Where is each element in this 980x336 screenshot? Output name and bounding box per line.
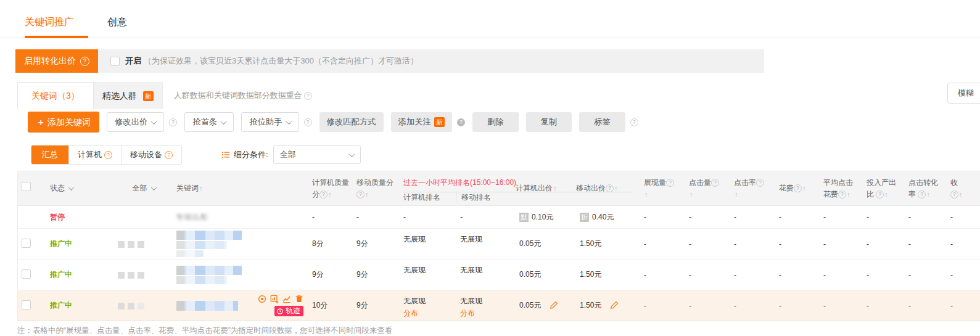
new-badge: 新 xyxy=(143,91,154,101)
edit-pencil-icon[interactable] xyxy=(610,300,619,309)
enable-conversion-checkbox[interactable] xyxy=(110,57,120,66)
column-conversion-rate[interactable]: 点击转化率 ?↑ xyxy=(899,171,941,206)
modify-bid-dropdown[interactable]: 修改出价 xyxy=(107,112,164,132)
modify-match-button[interactable]: 修改匹配方式 xyxy=(319,112,384,132)
column-mobile-quality[interactable]: 移动质量分 ?↑ xyxy=(353,171,400,206)
add-keyword-button[interactable]: ＋添加关键词 xyxy=(28,112,99,133)
censored-status-icons xyxy=(114,290,173,321)
help-icon[interactable]: ? xyxy=(169,118,177,126)
impressions-cell: - xyxy=(634,229,679,260)
target-icon[interactable] xyxy=(258,295,266,303)
avg-click-cost-cell: - xyxy=(813,260,857,290)
tag-button[interactable]: 标签 xyxy=(579,112,625,132)
select-all-checkbox[interactable] xyxy=(22,182,31,191)
column-clicks-label: 点击量 xyxy=(689,178,711,187)
partial-cell: - xyxy=(941,260,980,290)
row-checkbox[interactable] xyxy=(22,239,31,248)
computer-rank-cell: 无展现 xyxy=(400,260,456,290)
help-icon[interactable]: ? xyxy=(838,191,846,199)
add-watch-button[interactable]: 添加关注新 xyxy=(391,112,452,132)
new-badge: 新 xyxy=(434,117,445,127)
segment-summary[interactable]: 汇总 xyxy=(31,145,68,164)
tab-creative[interactable]: 创意 xyxy=(107,16,127,29)
help-icon[interactable]: ? xyxy=(104,151,112,159)
device-filter-row: 汇总 计算机? 移动设备? 细分条件: 全部 xyxy=(31,145,361,165)
rank-distribution-link[interactable]: 分布 xyxy=(460,308,475,319)
column-avg-click-cost[interactable]: 平均点击花费?↑ xyxy=(813,171,857,206)
column-rank-group[interactable]: 过去一小时平均排名(15:00~16:00) 计算机排名 移动排名 xyxy=(400,171,512,206)
help-icon[interactable]: ? xyxy=(457,118,465,126)
column-cost[interactable]: 花费?↑ xyxy=(769,171,813,206)
tab-keyword-promotion[interactable]: 关键词推广 xyxy=(25,16,74,29)
help-icon[interactable]: ? xyxy=(918,191,926,199)
rank-assistant-dropdown[interactable]: 抢位助手 xyxy=(241,112,299,132)
sort-asc-icon[interactable]: ↑ xyxy=(365,191,369,198)
partial-cell: - xyxy=(941,290,980,321)
edit-pencil-icon[interactable] xyxy=(550,300,559,309)
help-icon[interactable]: ? xyxy=(876,191,884,199)
help-icon[interactable]: ? xyxy=(80,57,89,66)
column-all-filter[interactable]: 全部 xyxy=(114,171,173,206)
delete-trash-icon[interactable] xyxy=(295,295,303,303)
help-icon[interactable]: ? xyxy=(756,179,764,187)
sort-asc-icon[interactable]: ↑ xyxy=(328,191,332,198)
sort-asc-icon[interactable]: ↑ xyxy=(735,191,738,198)
status-badge: 推广中 xyxy=(50,239,72,248)
track-badge[interactable]: 轨迹 xyxy=(274,306,303,316)
copy-button[interactable]: 复制 xyxy=(526,112,572,132)
enable-conversion-bid-button[interactable]: 启用转化出价 ? xyxy=(15,49,98,73)
sort-asc-icon[interactable]: ↑ xyxy=(884,191,888,198)
enable-conversion-bid-label: 启用转化出价 xyxy=(24,55,76,67)
computer-bid-value: 0.10元 xyxy=(532,213,553,221)
table-row-hovered[interactable]: 推广中 xyxy=(18,290,980,321)
column-computer-quality[interactable]: 计算机质量分?↑ xyxy=(308,171,353,206)
grab-top-dropdown[interactable]: 抢首条 xyxy=(184,112,234,132)
cost-cell: - xyxy=(769,290,813,321)
help-icon[interactable]: ? xyxy=(794,184,802,192)
sort-asc-icon[interactable]: ↑ xyxy=(644,191,648,198)
sort-asc-icon[interactable]: ↑ xyxy=(847,191,850,198)
sort-asc-icon[interactable]: ↑ xyxy=(926,191,930,198)
help-icon[interactable]: ? xyxy=(356,191,364,199)
column-status[interactable]: 状态 xyxy=(46,171,114,206)
column-ctr[interactable]: 点击率? ↑ xyxy=(724,171,769,206)
trend-line-icon[interactable] xyxy=(282,295,291,303)
table-row[interactable]: 暂停 智能匹配 - - - - 默0.10元 折0.40元 - - - - - … xyxy=(18,206,980,229)
impressions-cell: - xyxy=(634,290,679,321)
help-icon[interactable]: ? xyxy=(950,191,958,199)
report-chart-icon[interactable] xyxy=(270,295,279,303)
table-row[interactable]: 推广中 9分 9分 无展现 无展现 0.05元 1.50元 - - - - - … xyxy=(18,260,980,290)
tab-keywords[interactable]: 关键词（3） xyxy=(17,82,94,109)
keyword-promotion-page: 关键词推广 创意 启用转化出价 ? 开启 （为保证效果，该宝贝近3天累计点击量大… xyxy=(0,0,980,336)
sort-asc-icon[interactable]: ↑ xyxy=(690,191,693,198)
segment-condition-select[interactable]: 全部 xyxy=(273,145,361,164)
tab-selected-audience[interactable]: 精选人群 新 xyxy=(94,82,163,109)
rank-distribution-link[interactable]: 分布 xyxy=(403,308,418,319)
column-keyword[interactable]: 关键词↑ xyxy=(173,171,308,206)
sort-asc-icon[interactable]: ↑ xyxy=(199,184,203,192)
help-icon[interactable]: ? xyxy=(711,179,719,187)
help-icon[interactable]: ? xyxy=(630,118,638,126)
delete-button[interactable]: 删除 xyxy=(472,112,519,132)
conversion-condition-note: （为保证效果，该宝贝近3天累计点击量大于300（不含定向推广）才可激活） xyxy=(144,55,418,67)
column-roi[interactable]: 投入产出比 ?↑ xyxy=(857,171,899,206)
help-icon[interactable]: ? xyxy=(304,92,312,100)
help-icon[interactable]: ? xyxy=(666,179,674,187)
row-checkbox[interactable] xyxy=(22,300,31,309)
segment-mobile[interactable]: 移动设备? xyxy=(121,145,181,164)
help-icon[interactable]: ? xyxy=(319,191,327,199)
sort-asc-icon[interactable]: ↑ xyxy=(959,191,963,198)
help-icon[interactable]: ? xyxy=(304,118,312,126)
column-partial-clipped[interactable]: 收?↑ xyxy=(941,171,980,206)
keyword-cell: 轨迹 xyxy=(173,290,308,321)
fuzzy-search-button[interactable]: 模糊 xyxy=(947,83,980,104)
help-icon[interactable]: ? xyxy=(165,151,173,159)
sort-asc-icon[interactable]: ↑ xyxy=(802,184,806,192)
row-checkbox[interactable] xyxy=(22,269,31,279)
column-keyword-label: 关键词 xyxy=(176,184,199,192)
table-row[interactable]: 推广中 8分 9分 无展现 无展现 0.05元 1.50元 - - - - - … xyxy=(18,229,980,260)
segment-computer[interactable]: 计算机? xyxy=(68,145,121,164)
column-impressions[interactable]: 展现量? ↑ xyxy=(634,171,679,206)
rank-subcolumns: 计算机排名 移动排名 xyxy=(400,192,512,203)
column-clicks[interactable]: 点击量? ↑ xyxy=(679,171,724,206)
